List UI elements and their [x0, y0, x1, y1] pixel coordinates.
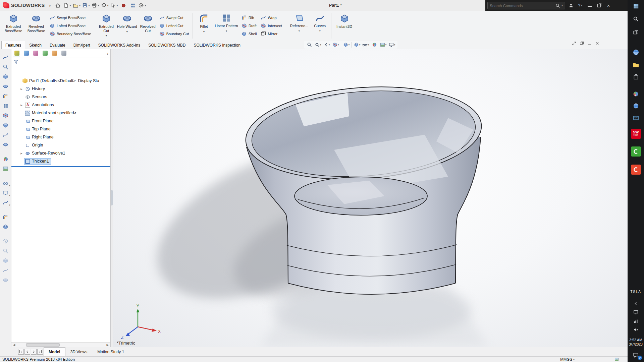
tree-filter-input[interactable]	[20, 60, 108, 64]
dock-tool-icon[interactable]	[1, 237, 10, 246]
search-scope-caret-icon[interactable]: ▾	[561, 4, 563, 7]
dock-tool-icon[interactable]	[1, 62, 10, 71]
dock-tool-icon[interactable]	[1, 246, 10, 255]
select-button[interactable]	[110, 1, 118, 10]
open-button[interactable]	[72, 1, 81, 10]
zoom-to-area-button[interactable]	[314, 41, 322, 48]
extruded-cut-button[interactable]: Extruded Cut	[97, 11, 116, 40]
task-view-button[interactable]	[628, 25, 644, 40]
dock-tool-icon[interactable]	[1, 213, 10, 222]
apply-scene-button[interactable]	[379, 41, 387, 48]
units-selector[interactable]: MMGS	[560, 357, 575, 361]
volume-tray-button[interactable]	[628, 325, 644, 334]
undo-button[interactable]	[100, 1, 109, 10]
tab-motion-study-1[interactable]: Motion Study 1	[92, 347, 129, 357]
panel-minimize-icon[interactable]	[587, 41, 592, 46]
print-button[interactable]	[91, 1, 100, 10]
curves-button[interactable]: Curves	[311, 11, 329, 40]
tab-scroll-last-button[interactable]	[37, 349, 43, 355]
hole-wizard-button[interactable]: Hole Wizard	[116, 11, 139, 40]
displaymanager-tab[interactable]	[51, 50, 58, 57]
panel-float-icon[interactable]	[580, 41, 584, 46]
boundary-cut-button[interactable]: Boundary Cut	[158, 31, 190, 37]
tab-scroll-first-button[interactable]	[18, 349, 24, 355]
tab-scroll-next-button[interactable]	[31, 349, 37, 355]
tree-item-material[interactable]: Material <not specified>	[11, 109, 110, 117]
dock-tool-icon[interactable]	[1, 256, 10, 265]
dock-tool-icon[interactable]	[1, 72, 10, 81]
tree-item-part1[interactable]: Part1 (Default<<Default>_Display Sta	[11, 77, 110, 85]
login-button[interactable]	[567, 2, 575, 10]
rollback-bar[interactable]	[11, 166, 110, 167]
close-button[interactable]: ×	[605, 2, 612, 10]
edit-appearance-button[interactable]	[370, 41, 379, 48]
revolved-boss-base-button[interactable]: Revolved Boss/Base	[25, 11, 48, 40]
photos-button[interactable]	[628, 88, 644, 100]
tree-item-right-plane[interactable]: Right Plane	[11, 133, 110, 141]
dock-tool-icon[interactable]	[1, 198, 10, 207]
tree-item-thicken1[interactable]: Thicken1	[11, 157, 110, 165]
minimize-button[interactable]	[586, 2, 593, 10]
model-canvas[interactable]: Y X Z	[113, 49, 628, 347]
home-button[interactable]	[53, 1, 62, 10]
record-button[interactable]	[119, 1, 128, 10]
dock-tool-icon[interactable]	[1, 130, 10, 139]
tree-item-history[interactable]: History	[11, 85, 110, 93]
help-button[interactable]: ?▾	[577, 2, 584, 10]
panel-close-icon[interactable]	[595, 41, 599, 46]
filter-funnel-icon[interactable]	[13, 59, 18, 64]
tab-features[interactable]: Features	[1, 41, 25, 49]
scroll-left-arrow-icon[interactable]: ◀	[11, 343, 17, 347]
linear-pattern-button[interactable]: Linear Pattern	[213, 11, 239, 40]
dock-tool-icon[interactable]	[1, 266, 10, 275]
hide-show-items-button[interactable]	[362, 41, 370, 48]
section-view-button[interactable]	[331, 41, 340, 48]
lofted-cut-button[interactable]: Lofted Cut	[158, 22, 190, 29]
propertymanager-tab[interactable]	[23, 50, 30, 57]
extruded-boss-base-button[interactable]: Extruded Boss/Base	[2, 11, 25, 40]
inspection-manager-tab[interactable]	[60, 50, 67, 57]
dropdown-caret-icon[interactable]	[106, 33, 107, 38]
tab-scroll-prev-button[interactable]	[24, 349, 30, 355]
tree-item-surface-revolve1[interactable]: Surface-Revolve1	[11, 149, 110, 157]
intersect-button[interactable]: Intersect	[260, 22, 283, 29]
display-style-button[interactable]	[353, 41, 361, 48]
previous-view-button[interactable]	[323, 41, 331, 48]
grid-button[interactable]	[128, 1, 137, 10]
tab-sketch[interactable]: Sketch	[25, 41, 46, 49]
reference-geometry-button[interactable]: Referenc...	[288, 11, 311, 40]
command-search[interactable]: ▾	[487, 2, 565, 9]
hidden-icons-button[interactable]	[628, 299, 644, 308]
scroll-right-arrow-icon[interactable]: ▶	[105, 343, 110, 347]
tab-3d-views[interactable]: 3D Views	[65, 347, 92, 357]
zoom-to-fit-button[interactable]	[305, 41, 314, 48]
network-tray-button[interactable]	[628, 316, 644, 325]
tab-solidworks-mbd[interactable]: SOLIDWORKS MBD	[144, 41, 190, 49]
dock-tool-icon[interactable]	[1, 140, 10, 149]
mail-button[interactable]	[628, 112, 644, 124]
search-icon[interactable]	[555, 3, 560, 8]
dock-tool-icon[interactable]	[1, 101, 10, 110]
display-tray-button[interactable]	[628, 308, 644, 316]
tree-item-front-plane[interactable]: Front Plane	[11, 117, 110, 125]
dock-tool-icon[interactable]	[1, 92, 10, 101]
swept-cut-button[interactable]: Swept Cut	[158, 14, 190, 21]
dropdown-caret-icon[interactable]	[299, 28, 300, 33]
tab-solidworks-inspection[interactable]: SOLIDWORKS Inspection	[190, 41, 245, 49]
expand-arrow-icon[interactable]	[19, 151, 24, 156]
dropdown-caret-icon[interactable]	[226, 28, 227, 33]
dock-tool-icon[interactable]	[1, 164, 10, 173]
wrap-button[interactable]: Wrap	[260, 14, 283, 21]
recorder-red-button[interactable]	[628, 162, 644, 178]
configurationmanager-tab[interactable]	[32, 50, 39, 57]
featuremanager-tab[interactable]	[13, 50, 20, 57]
solidworks-app-button[interactable]: SW2018	[628, 126, 644, 141]
clock[interactable]: 3:52 AM 3/7/2023	[628, 335, 644, 349]
tree-item-origin[interactable]: Origin	[11, 141, 110, 149]
tree-item-top-plane[interactable]: Top Plane	[11, 125, 110, 133]
dock-tool-icon[interactable]	[1, 121, 10, 130]
rib-button[interactable]: Rib	[240, 14, 258, 21]
restore-button[interactable]	[595, 2, 603, 10]
dock-tool-icon[interactable]	[1, 179, 10, 188]
options-button[interactable]	[138, 1, 147, 10]
